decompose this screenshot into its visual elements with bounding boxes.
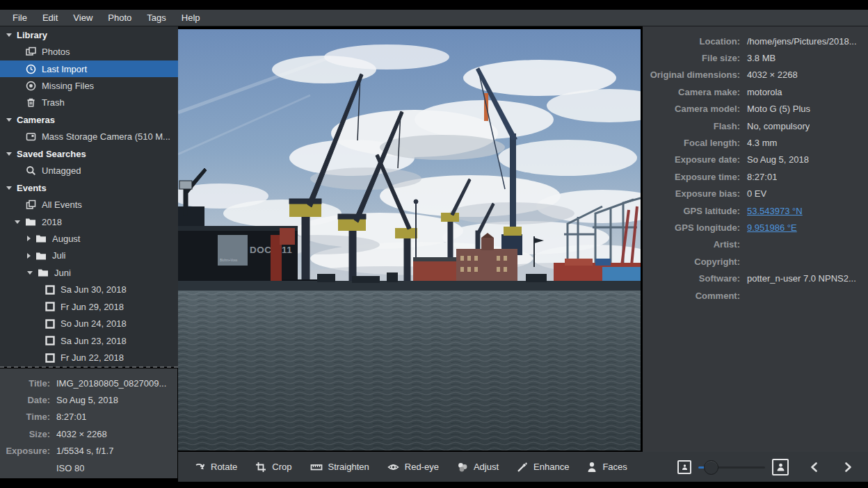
enhance-button[interactable]: Enhance: [508, 457, 578, 477]
crop-button[interactable]: Crop: [246, 457, 300, 477]
detail-label: Focal length:: [643, 138, 740, 148]
sidebar-item-label: Juni: [54, 268, 71, 278]
info-label: Size:: [0, 429, 50, 439]
info-value: So Aug 5, 2018: [56, 395, 118, 405]
sidebar-item-label: Fr Jun 22, 2018: [61, 352, 124, 363]
gps-longitude-link[interactable]: 9.951986 °E: [747, 222, 797, 233]
detail-label: Copyright:: [643, 257, 740, 267]
adjust-button[interactable]: Adjust: [448, 457, 508, 477]
camera-icon: [26, 131, 36, 142]
detail-label: Camera make:: [643, 87, 740, 97]
chevron-right-icon[interactable]: [27, 253, 31, 259]
crop-icon: [255, 462, 266, 473]
detail-row-location: Location: /home/jens/Pictures/2018...: [643, 33, 868, 49]
chevron-down-icon[interactable]: [6, 152, 12, 156]
photo-viewport[interactable]: Blohm+Voss DOCK 11: [178, 26, 642, 452]
chevron-right-icon[interactable]: [27, 236, 31, 241]
zoom-slider-knob[interactable]: [704, 460, 718, 475]
detail-value: 4032 × 2268: [747, 70, 798, 80]
enhance-icon: [517, 462, 528, 473]
basic-info-panel: Title: IMG_20180805_0827009... Date: So …: [0, 368, 177, 478]
zoom-out-photo-icon[interactable]: [677, 460, 691, 474]
sidebar-item-label: Photos: [42, 47, 70, 57]
red-eye-button[interactable]: Red-eye: [378, 457, 448, 477]
sidebar-header-label: Cameras: [17, 115, 55, 125]
toolbar-button-label: Straighten: [328, 462, 369, 472]
sidebar-item-trash[interactable]: Trash: [0, 95, 178, 111]
detail-row-exposure-bias: Exposure bias: 0 EV: [643, 186, 868, 202]
faces-button[interactable]: Faces: [578, 457, 636, 477]
info-row-date: Date: So Aug 5, 2018: [0, 391, 177, 408]
sidebar-item-last-import[interactable]: Last Import: [0, 60, 178, 77]
toolbar-button-label: Adjust: [474, 462, 499, 472]
sidebar-header-cameras[interactable]: Cameras: [0, 111, 178, 128]
sidebar-item-juni[interactable]: Juni: [0, 264, 178, 281]
detail-row-exposure-time: Exposure time: 8:27:01: [643, 168, 868, 185]
extended-info-panel: Location: /home/jens/Pictures/2018... Fi…: [643, 26, 868, 452]
sidebar-item-label: August: [52, 234, 80, 244]
sidebar-item-photos[interactable]: Photos: [0, 43, 178, 60]
straighten-button[interactable]: Straighten: [301, 457, 378, 477]
sidebar-item-label: Sa Jun 23, 2018: [61, 336, 127, 346]
chevron-down-icon[interactable]: [6, 33, 12, 37]
rotate-button[interactable]: Rotate: [185, 457, 246, 477]
folder-icon: [25, 217, 36, 227]
sidebar-item-event-date[interactable]: Sa Jun 23, 2018: [0, 332, 178, 349]
toolbar-button-label: Faces: [602, 462, 627, 472]
detail-label: File size:: [643, 53, 740, 63]
sidebar-item-event-date[interactable]: Sa Jun 30, 2018: [0, 282, 178, 298]
chevron-down-icon[interactable]: [15, 220, 20, 224]
menu-help[interactable]: Help: [174, 13, 208, 23]
sidebar-item-2018[interactable]: 2018: [0, 213, 178, 230]
detail-row-camera-model: Camera model: Moto G (5) Plus: [643, 101, 868, 117]
rotate-icon: [194, 462, 205, 473]
detail-value: 3.8 MB: [747, 53, 775, 63]
previous-photo-button[interactable]: [801, 459, 826, 475]
sidebar-item-label: Juli: [52, 250, 66, 261]
sidebar-header-saved-searches[interactable]: Saved Searches: [0, 145, 178, 162]
detail-label: Camera model:: [643, 104, 740, 114]
sidebar-item-untagged[interactable]: Untagged: [0, 163, 178, 179]
chevron-down-icon[interactable]: [6, 186, 12, 190]
chevron-down-icon[interactable]: [27, 271, 33, 275]
sidebar-item-mass-storage-camera[interactable]: Mass Storage Camera (510 M...: [0, 129, 178, 145]
sidebar-header-library[interactable]: Library: [0, 26, 178, 43]
editing-toolbar: Rotate Crop Straighten Red-eye Adjust En…: [178, 452, 868, 482]
info-value: IMG_20180805_0827009...: [56, 378, 166, 389]
info-row-exposure: Exposure: 1/5534 s, f/1.7: [0, 443, 177, 459]
red-eye-icon: [387, 462, 399, 473]
zoom-in-photo-icon[interactable]: [772, 459, 789, 475]
info-value: ISO 80: [56, 463, 84, 473]
detail-value: So Aug 5, 2018: [747, 154, 809, 165]
chevron-down-icon[interactable]: [6, 118, 12, 122]
event-date-icon: [45, 285, 55, 295]
menu-photo[interactable]: Photo: [100, 13, 139, 23]
detail-label: GPS longitude:: [643, 222, 740, 233]
info-value: 4032 × 2268: [56, 429, 107, 439]
toolbar-button-label: Rotate: [211, 462, 237, 472]
sidebar-header-label: Events: [17, 183, 47, 193]
sidebar-header-events[interactable]: Events: [0, 179, 178, 196]
sidebar-item-event-date[interactable]: Fr Jun 29, 2018: [0, 298, 178, 315]
clock-icon: [26, 64, 36, 74]
detail-label: Exposure time:: [643, 172, 740, 182]
sidebar-item-event-date[interactable]: So Jun 24, 2018: [0, 315, 178, 332]
detail-value: /home/jens/Pictures/2018...: [747, 36, 857, 47]
sidebar-item-label: Last Import: [42, 64, 87, 74]
menu-edit[interactable]: Edit: [35, 13, 65, 23]
sidebar-item-label: Fr Jun 29, 2018: [61, 302, 124, 312]
detail-row-comment: Comment:: [643, 287, 868, 304]
zoom-slider[interactable]: [698, 460, 765, 474]
sidebar-item-august[interactable]: August: [0, 230, 178, 247]
sidebar-item-label: So Jun 24, 2018: [61, 318, 127, 329]
sidebar-item-juli[interactable]: Juli: [0, 247, 178, 264]
sidebar-item-event-date[interactable]: Fr Jun 22, 2018: [0, 349, 178, 366]
menu-tags[interactable]: Tags: [139, 13, 173, 23]
next-photo-button[interactable]: [836, 459, 861, 475]
detail-label: Original dimensions:: [643, 70, 740, 80]
sidebar-item-missing-files[interactable]: Missing Files: [0, 77, 178, 94]
gps-latitude-link[interactable]: 53.543973 °N: [747, 206, 803, 216]
menu-view[interactable]: View: [65, 13, 100, 23]
sidebar-item-all-events[interactable]: All Events: [0, 196, 178, 213]
menu-file[interactable]: File: [5, 13, 35, 23]
